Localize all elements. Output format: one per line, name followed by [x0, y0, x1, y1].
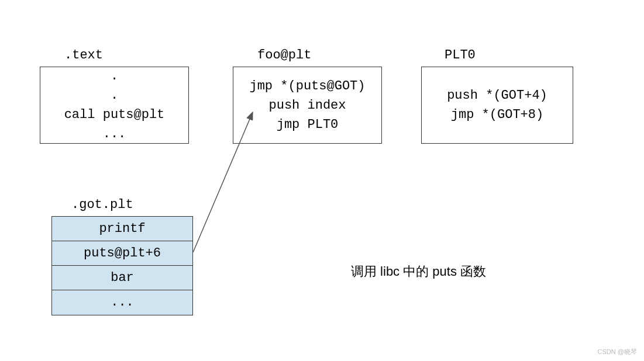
got-row: puts@plt+6	[52, 241, 192, 266]
got-row: ...	[52, 290, 192, 315]
plt0-line: jmp *(GOT+8)	[451, 105, 543, 124]
got-row: bar	[52, 266, 192, 290]
watermark: CSDN @晓琴	[598, 348, 637, 356]
foo-plt-label: foo@plt	[257, 48, 311, 63]
text-line: ...	[103, 124, 126, 144]
got-row: printf	[52, 217, 192, 241]
got-plt-label: .got.plt	[71, 197, 133, 212]
text-section-box: . . call puts@plt ...	[40, 67, 189, 144]
plt0-label: PLT0	[445, 48, 476, 63]
foo-plt-line: push index	[268, 96, 346, 115]
got-plt-table: printf puts@plt+6 bar ...	[51, 216, 193, 315]
foo-plt-box: jmp *(puts@GOT) push index jmp PLT0	[233, 67, 382, 144]
foo-plt-line: jmp *(puts@GOT)	[249, 77, 365, 96]
text-line: .	[111, 67, 118, 86]
plt0-line: push *(GOT+4)	[447, 86, 547, 105]
foo-plt-line: jmp PLT0	[277, 115, 339, 134]
text-line: call puts@plt	[64, 105, 165, 124]
text-line: .	[111, 86, 118, 105]
diagram-caption: 调用 libc 中的 puts 函数	[351, 263, 486, 280]
text-section-label: .text	[64, 48, 103, 63]
plt0-box: push *(GOT+4) jmp *(GOT+8)	[421, 67, 573, 144]
